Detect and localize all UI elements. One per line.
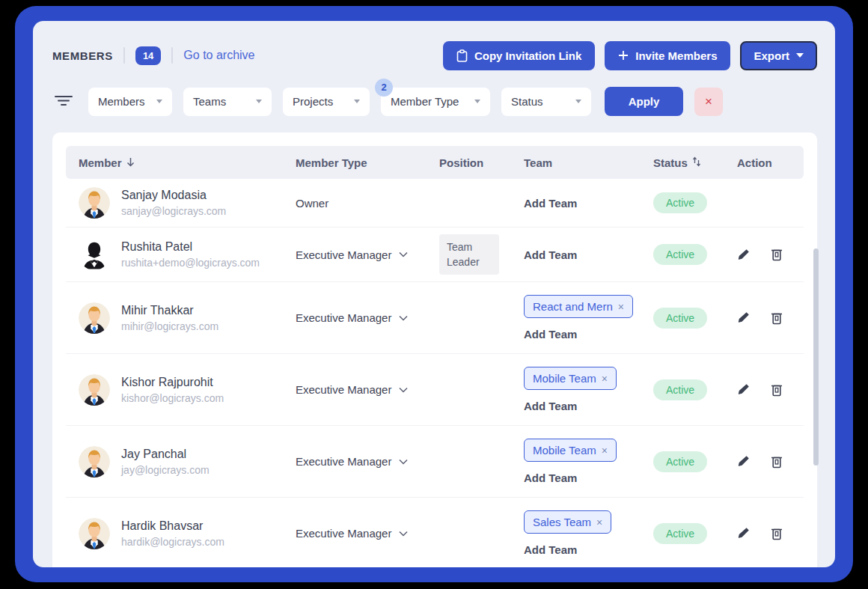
edit-icon[interactable] — [737, 383, 750, 396]
caret-down-icon — [474, 100, 480, 103]
delete-icon[interactable] — [771, 311, 783, 325]
status-cell: Active — [653, 523, 737, 544]
plus-icon — [618, 50, 629, 61]
filter-bar: Members Teams Projects 2 Member Type Sta… — [54, 87, 817, 116]
clear-filters-button[interactable]: × — [694, 88, 723, 116]
table-header-row: Member Member Type Position Team Status — [66, 146, 804, 179]
member-cell: Hardik Bhavsar hardik@logicrays.com — [66, 518, 296, 549]
member-type-caret-icon — [399, 459, 408, 465]
filter-teams-label: Teams — [193, 95, 226, 108]
delete-icon[interactable] — [771, 383, 783, 397]
remove-team-icon[interactable]: × — [602, 445, 608, 457]
filter-icon[interactable] — [54, 94, 73, 109]
add-team-button[interactable]: Add Team — [524, 328, 577, 341]
column-label: Team — [524, 156, 552, 169]
column-header-member-type[interactable]: Member Type — [296, 156, 439, 169]
column-header-action[interactable]: Action — [737, 156, 804, 169]
member-type-cell[interactable]: Executive Manager — [296, 455, 439, 468]
clipboard-icon — [456, 49, 468, 62]
member-cell: Jay Panchal jay@logicrays.com — [66, 446, 296, 477]
invite-members-button[interactable]: Invite Members — [605, 41, 730, 70]
team-chip[interactable]: React and Mern× — [524, 295, 633, 318]
remove-team-icon[interactable]: × — [596, 516, 602, 528]
filter-teams-dropdown[interactable]: Teams — [183, 88, 272, 116]
avatar-man — [79, 446, 110, 477]
member-type-cell[interactable]: Owner — [296, 197, 439, 210]
sort-descending-icon[interactable] — [126, 156, 135, 169]
member-name: Mihir Thakkar — [121, 304, 218, 317]
vertical-scrollbar[interactable] — [813, 248, 819, 466]
delete-icon[interactable] — [771, 527, 783, 540]
team-chip[interactable]: Sales Team× — [524, 510, 611, 534]
filter-member-type-dropdown[interactable]: 2 Member Type — [381, 88, 490, 116]
remove-team-icon[interactable]: × — [618, 301, 624, 313]
filter-projects-dropdown[interactable]: Projects — [283, 88, 370, 116]
column-header-position[interactable]: Position — [439, 156, 524, 169]
export-button[interactable]: Export — [740, 41, 817, 70]
go-to-archive-link[interactable]: Go to archive — [183, 49, 254, 62]
table-row: Kishor Rajpurohit kishor@logicrays.com E… — [66, 354, 804, 426]
column-label: Action — [737, 156, 772, 169]
team-cell: Mobile Team×Add Team — [524, 356, 653, 423]
add-team-button[interactable]: Add Team — [524, 248, 577, 261]
filter-members-dropdown[interactable]: Members — [88, 88, 172, 116]
action-cell — [737, 311, 804, 325]
member-email: rushita+demo@logicrays.com — [121, 257, 260, 269]
avatar-man — [79, 302, 110, 334]
edit-icon[interactable] — [737, 311, 750, 324]
member-type-caret-icon — [399, 315, 408, 321]
member-type-value: Executive Manager — [296, 248, 391, 261]
add-team-button[interactable]: Add Team — [524, 543, 577, 556]
filter-status-dropdown[interactable]: Status — [501, 88, 591, 116]
edit-icon[interactable] — [737, 527, 750, 540]
add-team-button[interactable]: Add Team — [524, 400, 577, 412]
add-team-button[interactable]: Add Team — [524, 471, 577, 484]
column-header-member[interactable]: Member — [66, 156, 296, 169]
edit-icon[interactable] — [737, 248, 750, 261]
column-header-team[interactable]: Team — [524, 156, 653, 169]
filter-member-type-label: Member Type — [391, 95, 459, 108]
remove-team-icon[interactable]: × — [602, 373, 608, 385]
member-type-value: Executive Manager — [296, 527, 391, 540]
member-type-cell[interactable]: Executive Manager — [296, 311, 439, 324]
action-cell — [737, 455, 804, 469]
edit-icon[interactable] — [737, 455, 750, 468]
copy-invitation-link-button[interactable]: Copy Invitation Link — [443, 41, 595, 70]
member-cell: Rushita Patel rushita+demo@logicrays.com — [66, 239, 296, 270]
member-type-cell[interactable]: Executive Manager — [296, 383, 439, 396]
column-header-status[interactable]: Status — [653, 156, 737, 169]
delete-icon[interactable] — [771, 248, 783, 261]
member-type-cell[interactable]: Executive Manager — [296, 248, 439, 261]
sort-both-icon[interactable] — [692, 156, 701, 169]
team-cell: Add Team — [524, 186, 653, 220]
caret-down-icon — [156, 100, 162, 103]
team-cell: React and Mern×Add Team — [524, 284, 653, 351]
caret-down-icon — [796, 53, 804, 58]
member-name: Sanjay Modasia — [121, 189, 226, 202]
team-chip-label: Sales Team — [533, 516, 591, 528]
status-badge: Active — [653, 379, 707, 400]
filter-projects-label: Projects — [293, 95, 333, 108]
status-cell: Active — [653, 308, 737, 329]
member-type-caret-icon — [399, 251, 408, 257]
member-cell: Kishor Rajpurohit kishor@logicrays.com — [66, 374, 296, 406]
team-chip[interactable]: Mobile Team× — [524, 439, 617, 462]
column-label: Member Type — [296, 156, 367, 169]
delete-icon[interactable] — [771, 455, 783, 469]
members-panel: MEMBERS 14 Go to archive Copy Invitation… — [33, 21, 835, 567]
close-icon: × — [705, 94, 712, 109]
filter-status-label: Status — [511, 95, 543, 108]
apply-button[interactable]: Apply — [605, 87, 683, 116]
team-chip[interactable]: Mobile Team× — [524, 367, 617, 390]
team-chip-label: React and Mern — [533, 300, 613, 313]
filter-members-label: Members — [98, 95, 145, 108]
avatar — [79, 302, 110, 334]
member-type-cell[interactable]: Executive Manager — [296, 527, 439, 540]
members-count-badge: 14 — [135, 46, 161, 65]
member-type-caret-icon — [399, 531, 408, 537]
column-label: Status — [653, 156, 688, 169]
member-name: Kishor Rajpurohit — [121, 376, 224, 389]
members-table-card: Member Member Type Position Team Status — [52, 132, 817, 567]
table-row: Rushita Patel rushita+demo@logicrays.com… — [66, 228, 804, 282]
add-team-button[interactable]: Add Team — [524, 197, 577, 210]
